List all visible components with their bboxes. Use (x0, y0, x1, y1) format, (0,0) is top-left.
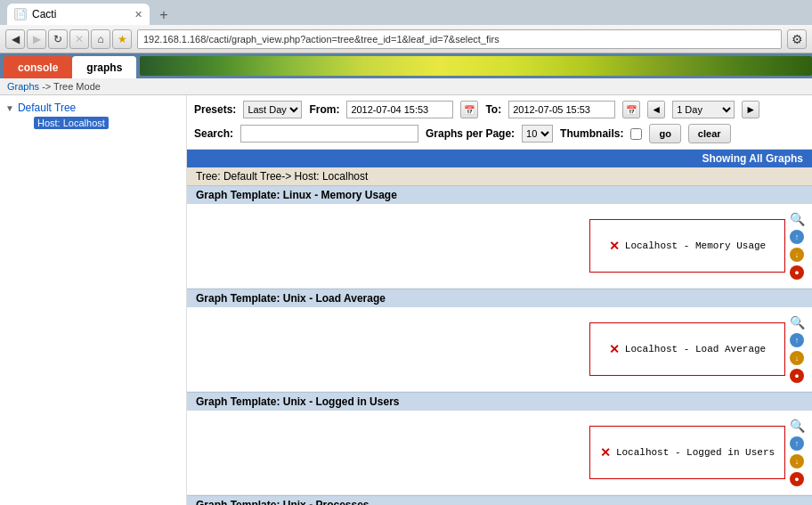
from-calendar-button[interactable]: 📅 (460, 101, 478, 118)
magnify-icon-users[interactable]: 🔍 (789, 418, 805, 434)
graph-x-icon-load: ✕ (609, 342, 620, 356)
to-input[interactable] (508, 101, 615, 118)
circle-red-load[interactable]: ● (790, 369, 804, 383)
tree-host-label: Tree: Default Tree-> Host: Localhost (196, 170, 368, 183)
graph-row-load: ✕ Localhost - Load Average 🔍 ↑ ↓ ● (187, 307, 812, 392)
sidebar-host-label[interactable]: Host: Localhost (34, 117, 109, 129)
tab-console[interactable]: console (4, 56, 72, 78)
from-label: From: (309, 103, 339, 116)
search-input[interactable] (240, 125, 418, 143)
range-select[interactable]: 1 Day (672, 101, 735, 118)
graph-title-load: Localhost - Load Average (625, 344, 766, 354)
up-icon-memory[interactable]: ↑ (789, 229, 805, 245)
circle-orange-load[interactable]: ↓ (790, 351, 804, 365)
circle-orange-memory[interactable]: ↓ (790, 248, 804, 262)
graph-icons-users: 🔍 ↑ ↓ ● (789, 418, 805, 487)
template-header-processes: Graph Template: Unix - Processes (187, 495, 812, 505)
prev-range-button[interactable]: ◄ (647, 101, 665, 118)
presets-label: Presets: (194, 103, 236, 116)
circle-blue-users[interactable]: ↑ (790, 436, 804, 451)
down-icon-load[interactable]: ↓ (789, 350, 805, 366)
sidebar-tree-item-default[interactable]: ▼ Default Tree (5, 101, 181, 115)
graph-x-icon-memory: ✕ (609, 239, 620, 253)
tab-bar: 📄 Cacti ✕ + (0, 0, 812, 25)
sidebar: ▼ Default Tree Host: Localhost (0, 95, 187, 505)
circle-red-memory[interactable]: ● (790, 265, 804, 280)
breadcrumb-separator: -> (42, 81, 51, 92)
graph-title-memory: Localhost - Memory Usage (625, 240, 766, 251)
console-tab-label: console (18, 61, 58, 74)
settings-button[interactable]: ⚙ (787, 29, 807, 49)
search-label: Search: (194, 127, 233, 140)
address-bar[interactable]: 192.168.1.168/cacti/graph_view.php?actio… (137, 29, 782, 49)
sidebar-host-container: Host: Localhost (20, 117, 181, 129)
up-icon-load[interactable]: ↑ (789, 332, 805, 348)
forward-button[interactable]: ▶ (27, 29, 46, 49)
breadcrumb: Graphs -> Tree Mode (0, 78, 812, 95)
default-tree-link[interactable]: Default Tree (18, 102, 76, 114)
nav-bar: ◀ ▶ ↻ ✕ ⌂ ★ 192.168.1.168/cacti/graph_vi… (0, 25, 812, 53)
graph-placeholder-load: ✕ Localhost - Load Average (589, 322, 785, 376)
stop-button[interactable]: ✕ (69, 29, 89, 49)
magnify-icon-load[interactable]: 🔍 (789, 314, 805, 330)
controls-bar: Presets: Last Day From: 📅 To: 📅 ◄ 1 Day … (187, 95, 812, 150)
tab-favicon: 📄 (14, 8, 27, 20)
template-load-label: Graph Template: Unix - Load Average (196, 292, 386, 305)
red-icon-load[interactable]: ● (789, 368, 805, 384)
template-header-memory: Graph Template: Linux - Memory Usage (187, 185, 812, 204)
go-button[interactable]: go (649, 124, 680, 143)
home-button[interactable]: ⌂ (91, 29, 110, 49)
graph-row-users: ✕ Localhost - Logged in Users 🔍 ↑ ↓ ● (187, 411, 812, 495)
back-button[interactable]: ◀ (5, 29, 25, 49)
circle-red-users[interactable]: ● (790, 472, 804, 486)
tree-expand-icon: ▼ (5, 103, 14, 113)
breadcrumb-graphs-link[interactable]: Graphs (7, 81, 39, 92)
red-icon-memory[interactable]: ● (789, 265, 805, 281)
template-header-users: Graph Template: Unix - Logged in Users (187, 392, 812, 411)
template-users-label: Graph Template: Unix - Logged in Users (196, 395, 399, 408)
graph-area: Showing All Graphs Tree: Default Tree-> … (187, 150, 812, 505)
content-area: Presets: Last Day From: 📅 To: 📅 ◄ 1 Day … (187, 95, 812, 505)
graph-title-users: Localhost - Logged in Users (616, 447, 775, 458)
controls-row1: Presets: Last Day From: 📅 To: 📅 ◄ 1 Day … (194, 101, 805, 118)
app-tabs-bar: console graphs (0, 53, 812, 78)
circle-blue-memory[interactable]: ↑ (790, 230, 804, 244)
breadcrumb-current: Tree Mode (53, 81, 101, 92)
bookmark-button[interactable]: ★ (112, 29, 132, 49)
active-tab[interactable]: 📄 Cacti ✕ (7, 4, 150, 25)
showing-all-bar: Showing All Graphs (187, 150, 812, 167)
url-text: 192.168.1.168/cacti/graph_view.php?actio… (143, 34, 499, 45)
tab-close-button[interactable]: ✕ (134, 9, 142, 20)
red-icon-users[interactable]: ● (789, 471, 805, 487)
showing-all-label: Showing All Graphs (702, 152, 803, 165)
new-tab-button[interactable]: + (153, 5, 175, 25)
tree-host-header: Tree: Default Tree-> Host: Localhost (187, 167, 812, 185)
thumbnails-checkbox[interactable] (630, 128, 642, 140)
graph-row-memory: ✕ Localhost - Memory Usage 🔍 ↑ ↓ ● (187, 204, 812, 289)
header-banner (140, 56, 812, 76)
graph-placeholder-users: ✕ Localhost - Logged in Users (589, 426, 785, 479)
template-header-load: Graph Template: Unix - Load Average (187, 289, 812, 307)
graphs-per-page-label: Graphs per Page: (426, 127, 515, 140)
graph-icons-load: 🔍 ↑ ↓ ● (789, 314, 805, 384)
down-icon-memory[interactable]: ↓ (789, 247, 805, 263)
to-label: To: (485, 103, 501, 116)
browser-chrome: 📄 Cacti ✕ + ◀ ▶ ↻ ✕ ⌂ ★ 192.168.1.168/ca… (0, 0, 812, 53)
up-icon-users[interactable]: ↑ (789, 436, 805, 452)
magnify-icon-memory[interactable]: 🔍 (789, 211, 805, 227)
to-calendar-button[interactable]: 📅 (622, 101, 640, 118)
tab-graphs[interactable]: graphs (72, 56, 136, 78)
thumbnails-label: Thumbnails: (560, 127, 623, 140)
from-input[interactable] (346, 101, 453, 118)
next-range-button[interactable]: ► (742, 101, 759, 118)
app-body: console graphs Graphs -> Tree Mode ▼ Def… (0, 53, 812, 505)
graphs-tab-label: graphs (86, 61, 122, 74)
down-icon-users[interactable]: ↓ (789, 453, 805, 469)
graph-icons-memory: 🔍 ↑ ↓ ● (789, 211, 805, 281)
reload-button[interactable]: ↻ (48, 29, 68, 49)
circle-blue-load[interactable]: ↑ (790, 333, 804, 347)
clear-button[interactable]: clear (688, 124, 731, 143)
graphs-per-page-select[interactable]: 10 (522, 125, 553, 143)
presets-select[interactable]: Last Day (243, 101, 302, 118)
circle-orange-users[interactable]: ↓ (790, 454, 804, 468)
